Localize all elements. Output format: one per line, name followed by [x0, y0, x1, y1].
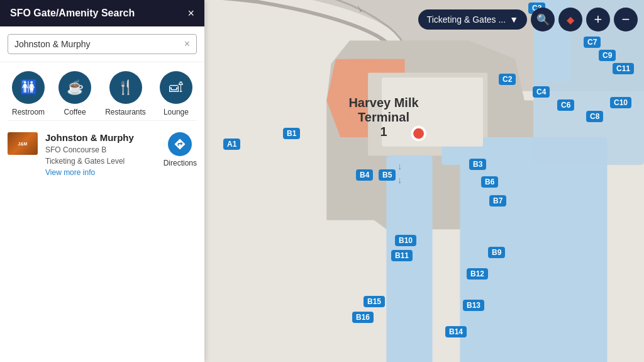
directions-label: Directions — [164, 159, 197, 167]
amenity-restroom[interactable]: 🚻 Restroom — [12, 71, 45, 116]
gate-label-B11[interactable]: B11 — [391, 250, 413, 261]
coffee-icon: ☕ — [58, 71, 91, 104]
gate-label-C4[interactable]: C4 — [533, 86, 550, 98]
result-item: J&M Johnston & Murphy SFO Concourse B Ti… — [8, 127, 197, 183]
gate-label-B5[interactable]: B5 — [379, 169, 396, 181]
directions-icon — [168, 132, 192, 156]
gate-label-B10[interactable]: B10 — [395, 235, 416, 246]
level-label: Ticketing & Gates ... — [427, 14, 506, 25]
gate-label-B7[interactable]: B7 — [489, 195, 506, 206]
close-button[interactable]: × — [187, 8, 194, 19]
gate-label-C11[interactable]: C11 — [613, 63, 634, 74]
coffee-label: Coffee — [64, 108, 86, 116]
search-area: × — [0, 26, 204, 62]
result-location: SFO Concourse B Ticketing & Gates Level … — [45, 144, 156, 178]
zoom-out-button[interactable]: − — [614, 8, 638, 31]
gate-label-C6[interactable]: C6 — [557, 99, 574, 111]
svg-text:↓: ↓ — [397, 161, 402, 171]
search-input[interactable] — [14, 39, 184, 49]
search-map-button[interactable]: 🔍 — [531, 8, 555, 31]
lounge-icon: 🛋 — [160, 71, 192, 104]
dropdown-arrow-icon: ▼ — [509, 14, 518, 25]
level-dropdown-button[interactable]: Ticketing & Gates ... ▼ — [418, 9, 527, 30]
gate-label-B3[interactable]: B3 — [469, 159, 486, 170]
gate-label-B13[interactable]: B13 — [463, 300, 484, 311]
result-location-line2: Ticketing & Gates Level — [45, 157, 125, 166]
gate-label-B4[interactable]: B4 — [356, 169, 373, 181]
amenity-icons-row: 🚻 Restroom ☕ Coffee 🍴 Restaurants 🛋 Loun… — [0, 62, 204, 120]
gate-label-B6[interactable]: B6 — [481, 176, 498, 188]
gate-label-B16[interactable]: B16 — [352, 312, 374, 323]
zoom-in-button[interactable]: + — [586, 8, 610, 31]
sidebar-header: SFO Gate/Amenity Search × — [0, 0, 204, 26]
gate-label-B15[interactable]: B15 — [364, 296, 385, 307]
gate-label-C7[interactable]: C7 — [584, 37, 601, 48]
result-logo: J&M — [8, 132, 38, 155]
directions-button[interactable]: Directions — [164, 132, 197, 167]
restaurants-label: Restaurants — [105, 108, 146, 116]
result-name: Johnston & Murphy — [45, 132, 156, 143]
amenity-restaurants[interactable]: 🍴 Restaurants — [105, 71, 146, 116]
view-more-link[interactable]: View more info — [45, 168, 95, 177]
restroom-label: Restroom — [12, 108, 45, 116]
result-location-line1: SFO Concourse B — [45, 145, 106, 154]
gate-label-B12[interactable]: B12 — [467, 268, 488, 280]
result-logo-inner: J&M — [8, 132, 38, 155]
map-controls-top: Ticketing & Gates ... ▼ 🔍 ◆ + − — [418, 8, 638, 31]
terminal-label: Harvey Milk Terminal 1 — [333, 96, 434, 139]
svg-text:↓: ↓ — [397, 175, 402, 185]
compass-icon: ◆ — [567, 14, 574, 26]
search-icon: 🔍 — [536, 13, 550, 26]
gate-label-C2[interactable]: C2 — [499, 74, 516, 85]
gate-label-B14[interactable]: B14 — [445, 326, 467, 337]
lounge-label: Lounge — [164, 108, 189, 116]
gate-label-C10[interactable]: C10 — [610, 97, 631, 108]
sidebar: SFO Gate/Amenity Search × × 🚻 Restroom ☕… — [0, 0, 204, 362]
gate-label-C9[interactable]: C9 — [599, 50, 616, 61]
gate-label-C8[interactable]: C8 — [586, 111, 603, 122]
restroom-icon: 🚻 — [12, 71, 45, 104]
sidebar-title: SFO Gate/Amenity Search — [10, 8, 135, 19]
result-info: Johnston & Murphy SFO Concourse B Ticket… — [45, 132, 156, 178]
amenity-lounge[interactable]: 🛋 Lounge — [160, 71, 192, 116]
gate-label-B9[interactable]: B9 — [488, 247, 505, 258]
restaurants-icon: 🍴 — [109, 71, 142, 104]
search-input-wrapper: × — [8, 34, 197, 54]
gate-label-A1[interactable]: A1 — [223, 139, 240, 150]
gate-label-B1[interactable]: B1 — [283, 128, 300, 139]
amenity-coffee[interactable]: ☕ Coffee — [58, 71, 91, 116]
result-list: J&M Johnston & Murphy SFO Concourse B Ti… — [0, 121, 204, 189]
search-clear-button[interactable]: × — [184, 38, 190, 50]
compass-button[interactable]: ◆ — [558, 8, 582, 31]
